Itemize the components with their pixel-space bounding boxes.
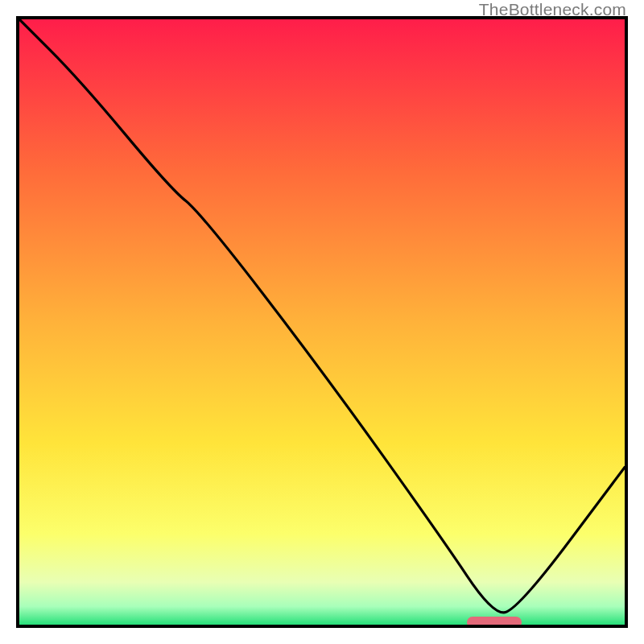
chart-frame (16, 16, 628, 628)
bottleneck-curve (19, 19, 625, 625)
optimal-range-marker (467, 617, 522, 628)
